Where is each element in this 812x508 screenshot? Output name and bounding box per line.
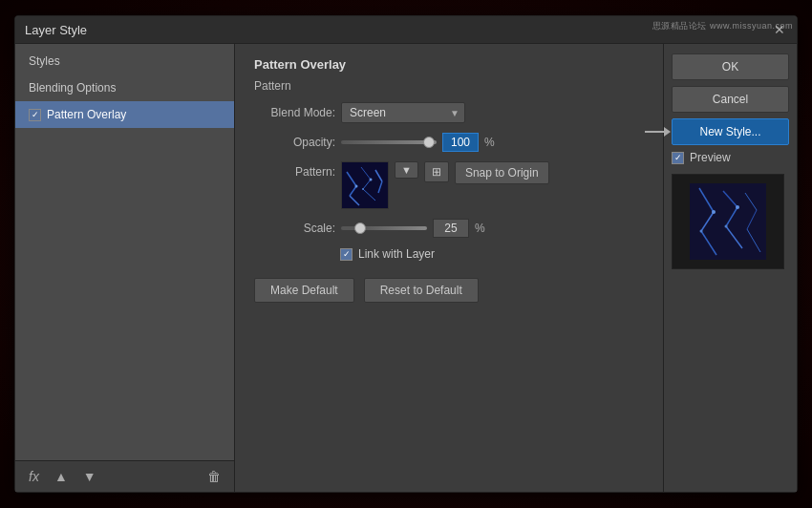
arrow-up-icon: ▲ bbox=[54, 469, 68, 484]
cancel-button[interactable]: Cancel bbox=[672, 86, 789, 113]
left-panel-footer: fx ▲ ▼ 🗑 bbox=[15, 460, 234, 492]
sidebar-item-pattern-overlay[interactable]: Pattern Overlay bbox=[15, 101, 234, 128]
blending-options-label: Blending Options bbox=[29, 81, 116, 95]
link-with-layer-label: Link with Layer bbox=[358, 247, 435, 261]
cancel-label: Cancel bbox=[713, 93, 748, 106]
sidebar-item-blending-options[interactable]: Blending Options bbox=[15, 74, 234, 101]
center-panel: Pattern Overlay Pattern Blend Mode: Scre… bbox=[235, 44, 663, 492]
scale-slider-thumb[interactable] bbox=[354, 222, 366, 234]
subsection-title: Pattern bbox=[254, 79, 644, 93]
watermark: 思源精品论坛 www.missyuan.com bbox=[652, 20, 793, 32]
ok-label: OK bbox=[722, 60, 738, 74]
ok-button[interactable]: OK bbox=[672, 53, 789, 80]
layer-style-dialog: 思源精品论坛 www.missyuan.com Layer Style ✕ St… bbox=[14, 15, 798, 493]
opacity-slider-track bbox=[341, 140, 437, 144]
right-panel: OK Cancel New Style... Preview bbox=[663, 44, 797, 492]
scale-value[interactable]: 25 bbox=[433, 219, 469, 238]
trash-icon: 🗑 bbox=[207, 469, 221, 484]
new-layer-icon-button[interactable]: ⊞ bbox=[424, 161, 449, 182]
new-layer-icon: ⊞ bbox=[432, 165, 441, 179]
reset-to-default-button[interactable]: Reset to Default bbox=[364, 278, 479, 303]
scale-label: Scale: bbox=[254, 222, 335, 235]
arrow-line bbox=[645, 131, 664, 133]
blend-mode-select[interactable]: Screen Normal Multiply bbox=[341, 102, 465, 123]
make-default-label: Make Default bbox=[270, 284, 338, 297]
preview-svg bbox=[690, 183, 766, 260]
blend-mode-label: Blend Mode: bbox=[254, 106, 335, 119]
preview-label: Preview bbox=[690, 151, 731, 164]
move-up-button[interactable]: ▲ bbox=[51, 467, 72, 486]
preview-row: Preview bbox=[672, 151, 789, 164]
svg-point-22 bbox=[712, 210, 716, 214]
opacity-value[interactable]: 100 bbox=[442, 133, 479, 152]
pattern-svg bbox=[342, 162, 388, 208]
bottom-buttons: Make Default Reset to Default bbox=[254, 278, 644, 303]
arrow-head-icon bbox=[664, 127, 671, 137]
opacity-row: Opacity: 100 % bbox=[254, 133, 644, 152]
scale-row: Scale: 25 % bbox=[254, 219, 644, 238]
pattern-dropdown-button[interactable]: ▼ bbox=[395, 161, 418, 179]
left-panel: Styles Blending Options Pattern Overlay … bbox=[15, 44, 235, 492]
opacity-slider-thumb[interactable] bbox=[423, 137, 435, 148]
new-style-button[interactable]: New Style... bbox=[672, 118, 789, 145]
pattern-overlay-checkbox[interactable] bbox=[29, 109, 41, 121]
opacity-label: Opacity: bbox=[254, 136, 335, 149]
fx-icon: fx bbox=[29, 469, 39, 484]
svg-point-9 bbox=[355, 185, 358, 188]
sidebar-item-styles[interactable]: Styles bbox=[15, 48, 234, 74]
svg-point-10 bbox=[370, 179, 373, 181]
scale-unit: % bbox=[475, 222, 485, 235]
make-default-button[interactable]: Make Default bbox=[254, 278, 354, 303]
section-title: Pattern Overlay bbox=[254, 57, 644, 72]
blend-mode-row: Blend Mode: Screen Normal Multiply ▼ bbox=[254, 102, 644, 123]
pattern-row: Pattern: bbox=[254, 161, 644, 209]
fx-button[interactable]: fx bbox=[25, 467, 43, 486]
link-with-layer-checkbox[interactable] bbox=[340, 248, 353, 261]
arrow-indicator bbox=[645, 127, 671, 137]
opacity-slider[interactable] bbox=[341, 136, 437, 149]
svg-point-11 bbox=[362, 188, 364, 190]
delete-button[interactable]: 🗑 bbox=[203, 467, 224, 486]
new-style-label: New Style... bbox=[699, 125, 760, 138]
link-with-layer-row: Link with Layer bbox=[340, 247, 644, 261]
styles-label: Styles bbox=[29, 54, 60, 68]
move-down-button[interactable]: ▼ bbox=[79, 467, 100, 486]
svg-point-25 bbox=[700, 230, 703, 233]
svg-rect-12 bbox=[690, 183, 766, 260]
arrow-down-icon: ▼ bbox=[83, 469, 96, 484]
pattern-label: Pattern: bbox=[254, 165, 335, 179]
svg-point-24 bbox=[725, 225, 728, 228]
new-style-wrapper: New Style... bbox=[672, 118, 789, 145]
svg-point-23 bbox=[736, 205, 739, 209]
preview-checkbox[interactable] bbox=[672, 152, 684, 164]
snap-to-origin-button[interactable]: Snap to Origin bbox=[455, 161, 549, 184]
blend-mode-select-wrapper: Screen Normal Multiply ▼ bbox=[341, 102, 465, 123]
dialog-body: Styles Blending Options Pattern Overlay … bbox=[15, 44, 797, 492]
scale-slider[interactable] bbox=[341, 222, 427, 235]
opacity-unit: % bbox=[484, 136, 495, 149]
pattern-overlay-label: Pattern Overlay bbox=[47, 108, 126, 121]
dialog-title: Layer Style bbox=[25, 23, 87, 37]
styles-list: Styles Blending Options Pattern Overlay bbox=[15, 44, 234, 460]
snap-to-origin-label: Snap to Origin bbox=[465, 166, 539, 180]
reset-to-default-label: Reset to Default bbox=[380, 284, 462, 297]
preview-box bbox=[672, 174, 784, 269]
pattern-preview bbox=[341, 161, 389, 209]
